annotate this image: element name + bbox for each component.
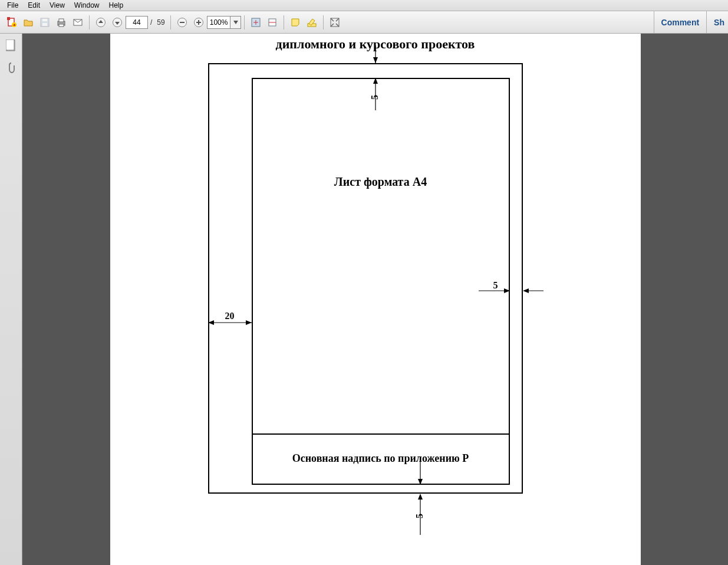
separator: [323, 15, 324, 29]
title-block-divider: [252, 433, 510, 435]
menu-edit[interactable]: Edit: [23, 0, 45, 11]
attachments-panel-button[interactable]: [4, 61, 18, 75]
svg-marker-29: [208, 320, 214, 325]
title-block-label: Основная надпись по приложению Р: [252, 452, 510, 465]
comment-panel-button[interactable]: Comment: [654, 11, 707, 33]
a4-sheet-label: Лист формата А4: [252, 175, 510, 189]
svg-rect-14: [180, 22, 185, 23]
workspace: дипломного и курсового проектов Лист фор…: [0, 34, 728, 565]
svg-rect-17: [198, 20, 199, 25]
svg-marker-36: [418, 479, 423, 485]
zoom-out-button[interactable]: [175, 15, 189, 29]
svg-rect-23: [6, 40, 14, 50]
page-number-input[interactable]: [126, 16, 148, 29]
share-panel-button[interactable]: Sh: [706, 11, 724, 33]
page-total-label: 59: [157, 18, 164, 27]
dimension-top-value: 5: [370, 95, 380, 100]
menu-help[interactable]: Help: [104, 0, 129, 11]
thumbnails-panel-button[interactable]: [4, 38, 18, 52]
inner-frame: [252, 78, 510, 485]
save-button[interactable]: [38, 15, 52, 29]
navigation-sidebar: [0, 34, 22, 565]
email-button[interactable]: [71, 15, 85, 29]
page-separator-label: /: [150, 18, 152, 27]
dimension-left-value: 20: [225, 311, 235, 321]
page-down-button[interactable]: [110, 15, 124, 29]
svg-rect-1: [7, 17, 10, 20]
svg-rect-6: [42, 19, 47, 21]
separator: [284, 15, 284, 29]
svg-rect-9: [59, 24, 64, 27]
page-up-button[interactable]: [94, 15, 108, 29]
dimension-right-arrow: [479, 285, 543, 297]
menu-view[interactable]: View: [45, 0, 70, 11]
svg-text:+: +: [13, 22, 16, 28]
dimension-bottom-value: 5: [414, 514, 425, 518]
menu-file[interactable]: File: [2, 0, 23, 11]
dimension-right-value: 5: [493, 280, 498, 291]
pdf-page: дипломного и курсового проектов Лист фор…: [110, 34, 641, 565]
open-button[interactable]: [21, 15, 35, 29]
sticky-note-button[interactable]: [288, 15, 302, 29]
dimension-top-arrow: [371, 45, 383, 110]
zoom-level-display[interactable]: 100%: [207, 16, 231, 29]
highlight-button[interactable]: [305, 15, 319, 29]
zoom-in-button[interactable]: [192, 15, 206, 29]
save-web-button[interactable]: [249, 15, 263, 29]
separator: [244, 15, 245, 29]
svg-rect-8: [59, 19, 64, 22]
read-mode-button[interactable]: [328, 15, 342, 29]
toolbar: + / 59 100%: [0, 11, 728, 34]
menu-window[interactable]: Window: [70, 0, 104, 11]
separator: [89, 15, 90, 29]
svg-marker-38: [418, 494, 423, 500]
menu-bar: File Edit View Window Help: [0, 0, 728, 11]
svg-marker-30: [246, 320, 252, 325]
svg-marker-34: [523, 288, 529, 293]
create-pdf-button[interactable]: +: [5, 15, 19, 29]
separator: [170, 15, 171, 29]
print-button[interactable]: [54, 15, 68, 29]
zoom-dropdown-button[interactable]: [230, 16, 241, 29]
svg-rect-5: [42, 23, 47, 26]
dimension-bottom-arrow: [416, 458, 427, 535]
svg-marker-32: [504, 288, 510, 293]
svg-marker-27: [373, 78, 378, 84]
scan-button[interactable]: [265, 15, 279, 29]
document-viewer[interactable]: дипломного и курсового проектов Лист фор…: [22, 34, 728, 565]
svg-marker-25: [373, 57, 378, 63]
